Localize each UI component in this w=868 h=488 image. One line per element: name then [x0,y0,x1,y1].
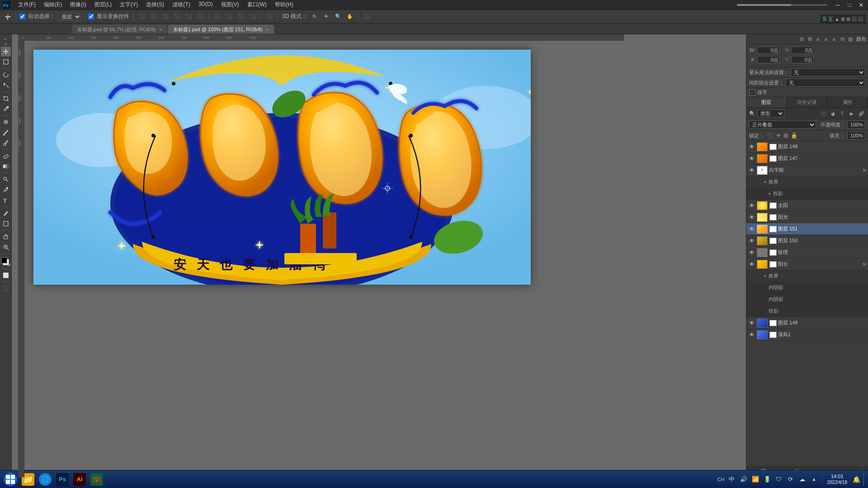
3d-rotate-btn[interactable]: ↻ [310,12,320,22]
layer-effect-1[interactable]: ▾ 效果 [746,176,868,188]
filter-pixel-icon[interactable]: ⬛ [819,109,827,117]
layer-shadow-1-expand[interactable]: ▾ [769,192,771,196]
layer-sunlight-vis[interactable]: 👁 [748,214,755,221]
cloud-icon[interactable]: ☁ [798,475,807,484]
clone-stamp-btn[interactable] [1,138,11,148]
update-icon[interactable]: ⟳ [786,475,795,484]
dist-center-btn[interactable]: ⬛ [224,12,234,22]
layer-148-vis[interactable]: 👁 [748,143,755,150]
menu-select[interactable]: 选择(S) [142,0,168,9]
screen-mode-btn[interactable]: ⬛ [1,283,11,293]
panel-icon-4[interactable]: ≡ [822,35,830,43]
auto-select-checkbox[interactable] [19,14,25,19]
layer-effect-1-expand[interactable]: ▾ [764,180,766,184]
eraser-tool-btn[interactable] [1,151,11,161]
heal-brush-btn[interactable] [1,117,11,127]
panel-icon-6[interactable]: ⊟ [838,35,846,43]
input-method-icon[interactable]: 中 [727,475,736,484]
menu-filter[interactable]: 滤镜(T) [169,0,193,9]
zoom-tool-btn[interactable] [1,242,11,252]
layers-list[interactable]: 👁 图层 148 👁 图层 147 👁 T 白字框 fx ▾ 效果 [746,141,868,466]
lock-pos-icon[interactable]: ✛ [776,132,781,139]
select-tool-btn[interactable] [1,57,11,67]
move-tool-btn[interactable] [1,47,11,56]
menu-text[interactable]: 文字(Y) [116,0,142,9]
align-bottom-btn[interactable]: ⬛ [196,12,206,22]
layer-151-vis[interactable]: 👁 [748,225,755,233]
panel-tab-history[interactable]: 历史记录 [787,97,828,108]
layer-pufeng1[interactable]: 👁 蒲风1 [746,329,868,341]
layer-151[interactable]: 👁 图层 151 [746,223,868,235]
opacity-input[interactable] [847,121,865,129]
layer-pufeng1-vis[interactable]: 👁 [748,331,755,338]
3d-pan-btn[interactable]: ✋ [345,12,355,22]
filter-adj-icon[interactable]: ◕ [829,109,837,117]
clock[interactable]: 14:01 2022/4/18 [825,473,850,485]
other-app-btn[interactable]: 💼 [89,472,105,487]
layer-inner-shadow-2[interactable]: 内阴影 [746,294,868,305]
more-icons-btn[interactable]: ▲ [810,475,819,484]
layer-type-filter[interactable]: 类型 名称 效果 [757,109,784,117]
y-input[interactable] [791,56,814,63]
filter-shape-icon[interactable]: ▶ [848,109,856,117]
lianz-checkbox[interactable]: ✓ [749,89,755,96]
fill-input[interactable] [847,131,865,140]
align-top-btn[interactable]: ⬛ [172,12,182,22]
browser-btn[interactable]: 🌐 [37,472,53,487]
lock-all-icon[interactable]: 🔒 [791,132,797,139]
layer-149[interactable]: 👁 图层 149 [746,317,868,329]
filter-text-icon[interactable]: T [838,109,846,117]
tab-0[interactable]: 未标题.psd @ 66.7% (处理, RGB/8) ✕ [72,25,167,34]
menu-edit[interactable]: 编辑(E) [40,0,66,9]
menu-help[interactable]: 帮助(H) [271,0,297,9]
layer-147-vis[interactable]: 👁 [748,155,755,162]
menu-layer[interactable]: 图层(L) [91,0,116,9]
mask-mode-btn[interactable]: ⬜ [1,270,11,280]
move-tool[interactable] [3,12,13,22]
menu-file[interactable]: 文件(F) [14,0,39,9]
text-tool-btn[interactable]: T [1,195,11,205]
x-input[interactable] [757,56,780,63]
dodge-tool-btn[interactable] [1,174,11,184]
layer-shadow-2[interactable]: 投影 [746,305,868,317]
align-center-btn[interactable]: ⬛ [149,12,159,22]
cn-lang-icon[interactable]: CH [717,477,725,482]
auto-select-dropdown[interactable]: 图层 组 [58,13,81,21]
panel-icon-5[interactable]: ≡ [830,35,838,43]
panel-tab-layers[interactable]: 图层 [746,97,787,108]
layer-wenli[interactable]: 👁 纹理 [746,247,868,258]
layer-effect-2[interactable]: ▾ 效果 [746,270,868,282]
layer-yangtai[interactable]: 👁 阳台 fx [746,258,868,270]
lock-artboard-icon[interactable]: ⊞ [783,132,788,139]
menu-view[interactable]: 视图(V) [217,0,243,9]
transform-checkbox[interactable] [88,14,94,19]
dist-right-btn[interactable]: ⬛ [236,12,246,22]
network-icon[interactable]: 📶 [751,475,760,484]
panel-icon-2[interactable]: ⊞ [806,35,814,43]
align-mid-btn[interactable]: ⬛ [184,12,194,22]
layer-149-vis[interactable]: 👁 [748,319,755,327]
close-btn[interactable]: ✕ [856,0,866,10]
eyedropper-btn[interactable] [1,104,11,114]
crop-tool-btn[interactable] [1,94,11,103]
layer-shadow-1[interactable]: ▾ 投影 [746,188,868,200]
panel-icon-3[interactable]: ≡ [814,35,822,43]
battery-icon[interactable]: 🔋 [763,475,772,484]
dist-top-btn[interactable]: ⬛ [248,12,258,22]
col-btn[interactable]: ⬛ [264,12,274,22]
magic-wand-btn[interactable] [1,80,11,90]
layer-inner-shadow-1[interactable]: 内阴影 [746,282,868,294]
3d-extra-btn[interactable]: ⬛ [362,12,372,22]
blend-mode-select[interactable]: 正片叠底 正常 滤色 叠加 [749,121,816,129]
tab-0-close[interactable]: ✕ [159,27,162,32]
layer-baizikuang[interactable]: 👁 T 白字框 fx [746,164,868,176]
tab-1[interactable]: 未标题1.psd @ 100% (图层 151, RGB/8) ✕ [168,25,274,34]
panel-icon-7[interactable]: ▤ [846,35,854,43]
3d-move-btn[interactable]: ✛ [321,12,331,22]
layer-sun-vis[interactable]: 👁 [748,202,755,209]
layer-sunlight[interactable]: 👁 阳光 [746,211,868,223]
layer-148[interactable]: 👁 图层 148 [746,141,868,153]
layer-baizikuang-vis[interactable]: 👁 [748,167,755,174]
start-btn[interactable] [2,472,19,487]
fg-color-swatch[interactable] [1,257,7,263]
